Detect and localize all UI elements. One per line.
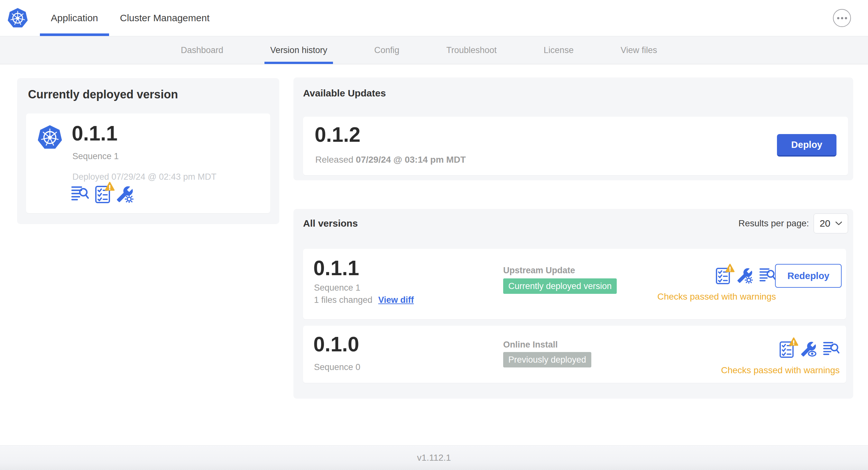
- currently-deployed-panel: 0.1.1 Sequence 1 Deployed 07/29/24 @ 02:…: [26, 113, 270, 213]
- preflight-warning-icon[interactable]: [715, 267, 730, 286]
- row-version-actions: [715, 267, 776, 286]
- tab-cluster-management[interactable]: Cluster Management: [109, 0, 220, 36]
- released-timestamp: 07/29/24 @ 03:14 pm MDT: [356, 155, 466, 165]
- row-version-actions: [779, 341, 840, 360]
- warning-triangle-icon: [104, 181, 115, 191]
- row-sequence: Sequence 1: [314, 283, 360, 293]
- checks-block: Checks passed with warnings: [657, 267, 776, 302]
- preflight-status-link[interactable]: Checks passed with warnings: [721, 365, 840, 375]
- available-updates-title: Available Updates: [303, 88, 386, 99]
- chevron-down-icon: [836, 222, 842, 225]
- eye-glyph: [808, 351, 816, 356]
- config-view-icon[interactable]: [800, 341, 816, 359]
- available-update-row: 0.1.2 Released 07/29/24 @ 03:14 pm MDT D…: [303, 117, 848, 175]
- preflight-warning-icon[interactable]: [95, 186, 110, 205]
- row-sequence: Sequence 0: [314, 362, 360, 372]
- tab-dashboard[interactable]: Dashboard: [178, 36, 226, 64]
- checks-block: Checks passed with warnings: [721, 341, 840, 375]
- release-notes-icon[interactable]: [71, 186, 89, 202]
- deployed-sequence: Sequence 1: [72, 152, 119, 161]
- files-changed-label: 1 files changed: [314, 295, 373, 305]
- preflight-status-link[interactable]: Checks passed with warnings: [657, 292, 776, 302]
- currently-deployed-title: Currently deployed version: [28, 88, 178, 101]
- app-subnav: Dashboard Version history Config Trouble…: [0, 36, 868, 64]
- subnav-tabs: Dashboard Version history Config Trouble…: [178, 36, 659, 64]
- preflight-warning-icon[interactable]: [779, 341, 794, 360]
- files-changed-line: 1 files changed View diff: [314, 295, 414, 305]
- tab-troubleshoot[interactable]: Troubleshoot: [444, 36, 499, 64]
- version-source-label: Upstream Update: [503, 266, 575, 275]
- results-per-page-select[interactable]: 20: [814, 213, 848, 233]
- tab-application[interactable]: Application: [40, 0, 109, 36]
- app-header: Application Cluster Management: [0, 0, 868, 36]
- console-version: v1.112.1: [417, 452, 451, 463]
- tab-version-history[interactable]: Version history: [268, 36, 330, 64]
- kubernetes-app-icon: [37, 125, 63, 150]
- release-notes-icon[interactable]: [823, 341, 840, 357]
- warning-triangle-icon: [789, 337, 799, 346]
- update-version-number: 0.1.2: [315, 125, 360, 145]
- all-versions-title: All versions: [303, 218, 358, 229]
- version-source-label: Online Install: [503, 340, 558, 350]
- currently-deployed-card: Currently deployed version 0.1.1 Sequenc…: [17, 78, 279, 224]
- released-label: Released: [315, 155, 353, 165]
- redeploy-button[interactable]: Redeploy: [775, 264, 842, 288]
- available-updates-card: Available Updates 0.1.2 Released 07/29/2…: [293, 77, 853, 180]
- warning-triangle-icon: [725, 264, 735, 272]
- all-versions-card: All versions Results per page: 20 0.1.1 …: [293, 209, 853, 399]
- version-history-page: Application Cluster Management Dashboard…: [0, 0, 868, 470]
- deployed-version-number: 0.1.1: [72, 123, 117, 144]
- view-diff-link[interactable]: View diff: [378, 295, 414, 305]
- app-footer: v1.112.1: [0, 445, 868, 470]
- currently-deployed-badge: Currently deployed version: [503, 278, 617, 294]
- results-per-page: Results per page: 20: [738, 213, 848, 233]
- row-version-number: 0.1.0: [313, 334, 359, 355]
- deployed-timestamp: Deployed 07/29/24 @ 02:43 pm MDT: [72, 172, 217, 182]
- header-tabs: Application Cluster Management: [40, 0, 220, 36]
- config-gear-icon[interactable]: [116, 186, 133, 204]
- results-per-page-value: 20: [820, 218, 830, 229]
- previously-deployed-badge: Previously deployed: [503, 352, 591, 367]
- tab-config[interactable]: Config: [372, 36, 402, 64]
- ellipsis-menu-button[interactable]: [833, 9, 851, 27]
- ellipsis-icon: [837, 17, 839, 19]
- version-row-0-1-0: 0.1.0 Sequence 0 Online Install Previous…: [303, 326, 846, 383]
- deployed-version-actions: [71, 186, 133, 205]
- config-gear-icon[interactable]: [737, 267, 753, 285]
- results-per-page-label: Results per page:: [738, 218, 809, 229]
- version-row-0-1-1: 0.1.1 Sequence 1 1 files changed View di…: [303, 249, 846, 319]
- kubernetes-logo-icon[interactable]: [7, 7, 28, 29]
- update-released-line: Released 07/29/24 @ 03:14 pm MDT: [315, 155, 466, 165]
- row-version-number: 0.1.1: [313, 258, 359, 278]
- tab-license[interactable]: License: [541, 36, 576, 64]
- release-notes-icon[interactable]: [759, 267, 776, 283]
- deploy-button[interactable]: Deploy: [777, 134, 836, 157]
- tab-view-files[interactable]: View files: [618, 36, 660, 64]
